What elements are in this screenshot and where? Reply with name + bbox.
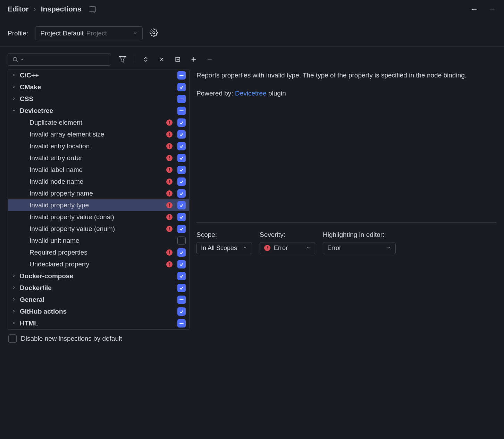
chevron-right-icon[interactable]	[11, 309, 17, 314]
inspection-checkbox[interactable]	[177, 107, 186, 115]
inspection-item[interactable]: Invalid array element size!	[8, 129, 189, 140]
inspection-item[interactable]: Invalid property value (const)!	[8, 211, 189, 223]
disable-new-checkbox[interactable]	[8, 334, 17, 343]
tree-footer: Disable new inspections by default	[8, 330, 190, 343]
inspection-checkbox[interactable]	[177, 284, 186, 292]
inspection-item[interactable]: Required properties!	[8, 247, 189, 258]
row-label: Invalid property value (enum)	[20, 225, 163, 233]
row-label: Devicetree	[20, 107, 175, 115]
inspection-item[interactable]: Invalid label name!	[8, 164, 189, 176]
error-icon: !	[166, 167, 173, 173]
inspection-checkbox[interactable]	[177, 189, 186, 198]
inspection-checkbox[interactable]	[177, 248, 186, 257]
chevron-right-icon[interactable]	[11, 96, 17, 102]
forward-arrow-icon: →	[488, 4, 496, 14]
row-label: Required properties	[20, 249, 163, 256]
inspection-checkbox[interactable]	[177, 154, 186, 162]
reset-icon[interactable]	[173, 55, 182, 64]
search-icon	[12, 56, 18, 63]
inspection-category[interactable]: CSS	[8, 93, 189, 105]
inspection-checkbox[interactable]	[177, 213, 186, 221]
inspection-checkbox[interactable]	[177, 95, 186, 103]
inspection-category[interactable]: GitHub actions	[8, 306, 189, 317]
collapse-all-icon[interactable]	[157, 55, 166, 64]
row-label: Invalid property name	[20, 190, 163, 197]
inspection-item[interactable]: Invalid property value (enum)!	[8, 223, 189, 235]
gear-icon[interactable]	[150, 28, 158, 39]
breadcrumb-current: Inspections	[41, 5, 82, 13]
highlight-label: Highlighting in editor:	[323, 231, 396, 239]
inspection-item[interactable]: Invalid node name!	[8, 176, 189, 188]
inspection-category[interactable]: C/C++	[8, 69, 189, 81]
chevron-right-icon[interactable]	[11, 297, 17, 303]
inspection-checkbox[interactable]	[177, 177, 186, 186]
inspection-item[interactable]: Invalid property name!	[8, 188, 189, 199]
svg-marker-3	[119, 57, 126, 63]
open-external-icon[interactable]	[89, 6, 96, 12]
inspection-checkbox[interactable]	[177, 83, 186, 91]
plugin-link[interactable]: Devicetree	[235, 90, 267, 97]
error-icon: !	[166, 119, 173, 126]
inspection-item[interactable]: Duplicate element!	[8, 117, 189, 129]
chevron-down-icon	[306, 245, 311, 252]
inspection-tree[interactable]: C/C++CMakeCSSDevicetreeDuplicate element…	[8, 69, 190, 330]
inspection-item[interactable]: Invalid entry location!	[8, 140, 189, 152]
inspection-category[interactable]: HTML	[8, 317, 189, 329]
inspection-checkbox[interactable]	[177, 237, 186, 245]
inspection-item[interactable]: Invalid property type!	[8, 199, 189, 211]
inspection-checkbox[interactable]	[177, 296, 186, 304]
inspection-item[interactable]: Invalid entry order!	[8, 152, 189, 164]
profile-label: Profile:	[8, 30, 28, 37]
row-label: GitHub actions	[20, 308, 175, 315]
expand-all-icon[interactable]	[141, 55, 150, 64]
inspection-category[interactable]: CMake	[8, 81, 189, 93]
chevron-down-icon[interactable]	[11, 108, 17, 114]
inspection-checkbox[interactable]	[177, 307, 186, 316]
inspection-item[interactable]: Undeclared property!	[8, 258, 189, 270]
profile-select[interactable]: Project Default Project	[35, 26, 143, 40]
svg-line-2	[17, 61, 18, 62]
inspection-checkbox[interactable]	[177, 319, 186, 328]
inspection-checkbox[interactable]	[177, 201, 186, 209]
error-icon: !	[166, 226, 173, 232]
add-icon[interactable]	[189, 55, 198, 64]
highlight-select[interactable]: Error	[323, 242, 396, 254]
scope-select[interactable]: In All Scopes	[196, 242, 252, 254]
filter-icon[interactable]	[118, 55, 127, 64]
inspection-item[interactable]: Invalid unit name	[8, 235, 189, 247]
row-label: Invalid unit name	[20, 237, 175, 245]
chevron-right-icon[interactable]	[11, 273, 17, 279]
inspection-category[interactable]: General	[8, 294, 189, 306]
breadcrumb-root[interactable]: Editor	[8, 5, 29, 13]
toolbar	[0, 47, 504, 69]
inspection-checkbox[interactable]	[177, 166, 186, 174]
chevron-right-icon[interactable]	[11, 84, 17, 90]
description-panel: Reports properties with invalid type. Th…	[196, 69, 496, 439]
inspection-checkbox[interactable]	[177, 118, 186, 127]
inspection-checkbox[interactable]	[177, 130, 186, 139]
chevron-right-icon[interactable]	[11, 73, 17, 78]
inspection-category[interactable]: Docker-compose	[8, 270, 189, 282]
row-label: C/C++	[20, 72, 175, 79]
search-input[interactable]	[8, 53, 111, 66]
inspection-checkbox[interactable]	[177, 225, 186, 233]
error-icon: !	[166, 214, 173, 220]
chevron-right-icon[interactable]	[11, 285, 17, 291]
error-icon: !	[264, 245, 270, 251]
severity-select[interactable]: ! Error	[260, 242, 315, 254]
error-icon: !	[166, 155, 173, 161]
error-icon: !	[166, 261, 173, 267]
inspection-checkbox[interactable]	[177, 142, 186, 150]
chevron-right-icon[interactable]	[11, 321, 17, 326]
row-label: Duplicate element	[20, 119, 163, 126]
profile-row: Profile: Project Default Project	[0, 18, 504, 47]
back-arrow-icon[interactable]: ←	[470, 4, 478, 14]
chevron-down-icon	[386, 245, 391, 252]
inspection-checkbox[interactable]	[177, 71, 186, 80]
inspection-checkbox[interactable]	[177, 260, 186, 268]
nav-arrows: ← →	[470, 4, 496, 14]
inspection-category[interactable]: Devicetree	[8, 105, 189, 117]
inspection-category[interactable]: Dockerfile	[8, 282, 189, 294]
error-icon: !	[166, 249, 173, 256]
inspection-checkbox[interactable]	[177, 272, 186, 280]
